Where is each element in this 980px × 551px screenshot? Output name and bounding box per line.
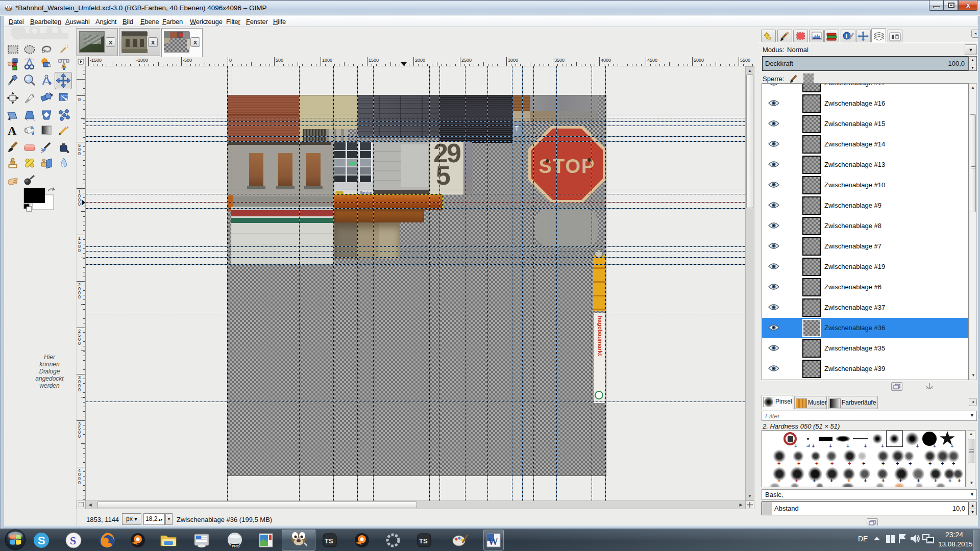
svg-text:PRO: PRO [232, 544, 240, 548]
svg-text:W: W [488, 536, 498, 547]
svg-text:TS: TS [419, 537, 428, 545]
svg-text:S: S [38, 534, 45, 547]
svg-text:S: S [70, 534, 76, 547]
svg-text:i: i [846, 33, 847, 39]
svg-text:A: A [8, 124, 17, 137]
svg-text:TS: TS [325, 537, 333, 545]
